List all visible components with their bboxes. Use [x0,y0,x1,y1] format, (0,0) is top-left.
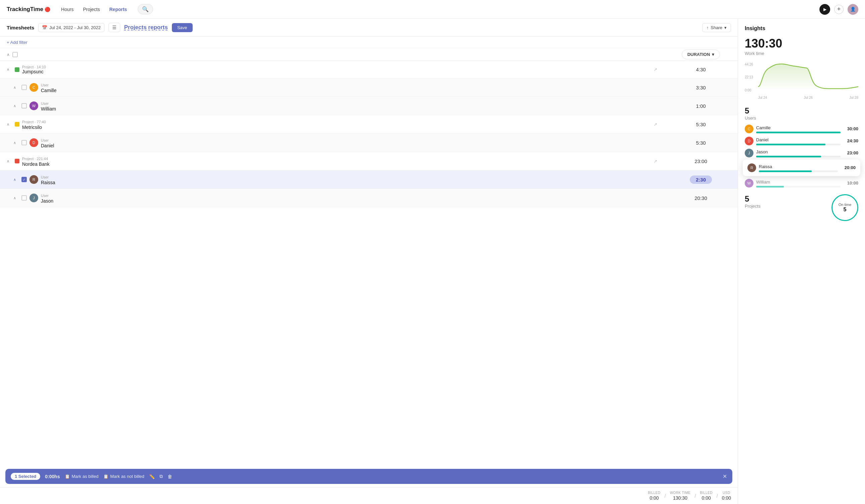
user-bar-fill [756,156,821,157]
nav-projects[interactable]: Projects [79,5,104,14]
table-area: ∧ DURATION ▾ ∧ Project · 14:10 [0,48,738,466]
row-type-label: User [41,83,49,87]
row-type-label: Project · 221:44 [22,157,48,161]
logo[interactable]: TrackingTime 🔴 [7,6,50,13]
user-checkbox[interactable] [21,195,27,201]
delete-icon-btn[interactable]: 🗑 [168,474,172,479]
nav-right: ▶ + 👤 [819,4,858,15]
user-bar-bg [756,156,841,157]
top-nav: TrackingTime 🔴 Hours Projects Reports 🔍 … [0,0,865,19]
collapse-icon[interactable]: ∧ [7,159,12,163]
row-left: ∧ Project · 77:40 Metricsilo ↗ [0,115,664,133]
on-time-count: 5 [844,207,846,213]
share-button[interactable]: ↑ Share ▾ [702,23,731,32]
user-insight-row: D Daniel 24:30 [745,137,858,145]
external-link-icon[interactable]: ↗ [654,159,657,164]
close-bar-btn[interactable]: ✕ [723,473,727,480]
mark-billed-btn[interactable]: 📋 Mark as billed [65,474,99,479]
collapse-icon[interactable]: ∧ [13,177,19,182]
filter-icon-btn[interactable]: ☰ [108,23,120,32]
hours-badge: 0:00hs [45,474,60,479]
duration-badge[interactable]: DURATION ▾ [682,49,720,59]
projects-count: 5 [745,194,760,203]
collapse-icon[interactable]: ∧ [13,104,19,108]
user-checkbox-checked[interactable]: ✓ [21,177,27,182]
table-row: ∧ Project · 221:44 Nordea Bank ↗ 23:00 [0,152,738,171]
collapse-icon[interactable]: ∧ [13,85,19,90]
row-name: Metricsilo [22,125,46,130]
add-filter-btn[interactable]: + Add filter [7,40,27,45]
share-label: Share [711,25,722,30]
row-type-label: Project · 77:40 [22,120,46,124]
user-avatar: R [747,163,756,172]
collapse-icon[interactable]: ∧ [7,122,12,127]
mark-not-billed-icon: 📋 [103,474,108,479]
projects-text: 5 Projects [745,194,760,209]
user-checkbox[interactable] [21,103,27,108]
copy-icon-btn[interactable]: ⧉ [160,473,163,479]
user-name: Camille [756,125,771,130]
collapse-icon[interactable]: ∧ [7,67,12,72]
on-time-circle: On time 5 [831,194,858,221]
x-label-3: Jul 28 [849,96,858,99]
row-type-label: User [41,138,49,142]
play-button[interactable]: ▶ [819,4,830,15]
user-avatar: C [30,83,38,92]
share-icon: ↑ [706,25,709,30]
bottom-action-bar: 1 Selected 0:00hs 📋 Mark as billed 📋 Mar… [5,469,733,484]
select-all-checkbox[interactable] [12,52,18,57]
user-bar-bg [756,186,841,188]
row-name: Jason [41,198,53,203]
left-panel: Timesheets 📅 Jul 24, 2022 - Jul 30, 2022… [0,19,738,504]
user-name: Daniel [756,137,769,142]
date-range-picker[interactable]: 📅 Jul 24, 2022 - Jul 30, 2022 [38,23,104,32]
user-name: Jason [756,149,768,154]
user-insight-row: W William 10:00 [745,179,858,188]
duration-header-cell: DURATION ▾ [664,49,738,59]
user-insight-row: C Camille 30:00 [745,125,858,133]
row-duration: 23:00 [664,155,738,167]
users-label: Users [745,116,858,120]
row-name: William [41,106,56,112]
users-count: 5 [745,106,858,116]
collapse-icon[interactable]: ∧ [13,196,19,200]
collapse-all-icon[interactable]: ∧ [7,52,10,57]
row-left: ∧ Project · 221:44 Nordea Bank ↗ [0,152,664,170]
user-bar-fill [756,144,826,145]
y-label-bot: 0:00 [745,89,757,92]
sep1: / [665,493,666,499]
user-bar-wrap: Raissa [759,163,838,172]
user-bar-bg [756,144,841,145]
logo-text: TrackingTime [7,6,43,13]
user-bar-bg [756,132,841,133]
sub-header: Timesheets 📅 Jul 24, 2022 - Jul 30, 2022… [0,19,738,36]
collapse-icon[interactable]: ∧ [13,141,19,145]
save-button[interactable]: Save [172,23,193,32]
search-box[interactable]: 🔍 [138,4,153,14]
mark-not-billed-btn[interactable]: 📋 Mark as not billed [103,474,145,479]
row-name: Raissa [41,180,55,185]
report-title: Projects reports [124,24,168,31]
chart-container: 44:26 22:13 0:00 Jul 24 Jul 26 [745,63,858,99]
user-bar-fill [759,171,812,172]
date-range-text: Jul 24, 2022 - Jul 30, 2022 [49,25,101,30]
edit-icon-btn[interactable]: ✏️ [149,474,155,479]
external-link-icon[interactable]: ↗ [654,122,657,127]
row-type-label: Project · 14:10 [22,65,46,69]
user-name: Raissa [759,164,772,169]
user-time: 24:30 [843,138,858,143]
row-duration: 5:30 [664,118,738,131]
user-insight-row-raissa: R Raissa 20:00 [747,163,856,172]
table-row: ∧ Project · 77:40 Metricsilo ↗ 5:30 [0,115,738,133]
chart-x-labels: Jul 24 Jul 26 Jul 28 [758,96,858,99]
nav-hours[interactable]: Hours [57,5,77,14]
usd-label: USD [723,491,730,495]
user-bar-wrap: Daniel [756,137,841,145]
user-avatar[interactable]: 👤 [847,4,858,15]
nav-reports[interactable]: Reports [105,5,131,14]
user-checkbox[interactable] [21,140,27,145]
row-left: ∧ J User Jason [0,189,664,207]
external-link-icon[interactable]: ↗ [654,67,657,72]
add-button[interactable]: + [834,5,844,14]
user-checkbox[interactable] [21,85,27,90]
